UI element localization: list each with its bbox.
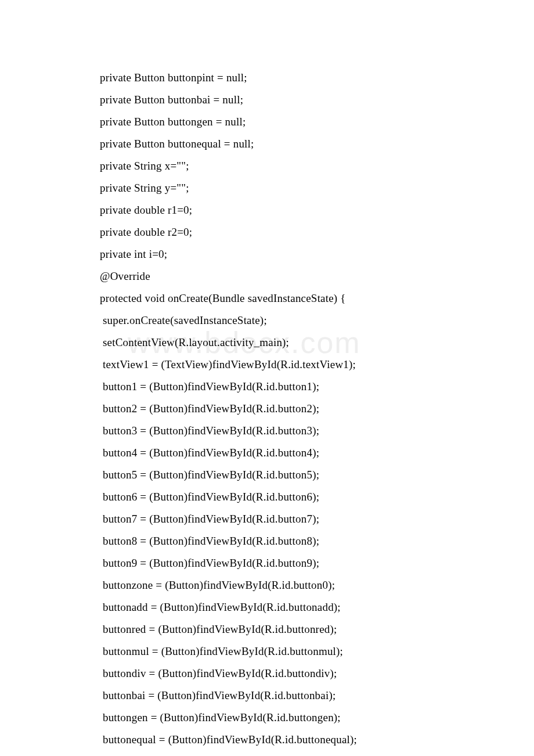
code-line: private String x=""; — [100, 155, 506, 177]
code-line: button8 = (Button)findViewById(R.id.butt… — [100, 530, 506, 552]
code-line: private Button buttonequal = null; — [100, 133, 506, 155]
code-line: private Button buttongen = null; — [100, 111, 506, 133]
code-line: buttonred = (Button)findViewById(R.id.bu… — [100, 618, 506, 640]
code-line: button6 = (Button)findViewById(R.id.butt… — [100, 486, 506, 508]
code-line: private double r2=0; — [100, 221, 506, 243]
code-line: private int i=0; — [100, 243, 506, 265]
code-line: @Override — [100, 265, 506, 287]
code-line: buttonbai = (Button)findViewById(R.id.bu… — [100, 685, 506, 707]
code-line: buttongen = (Button)findViewById(R.id.bu… — [100, 707, 506, 729]
code-content: private Button buttonpint = null; privat… — [100, 67, 506, 751]
code-line: buttondiv = (Button)findViewById(R.id.bu… — [100, 663, 506, 685]
code-line: button4 = (Button)findViewById(R.id.butt… — [100, 442, 506, 464]
code-line: button9 = (Button)findViewById(R.id.butt… — [100, 552, 506, 574]
code-line: button3 = (Button)findViewById(R.id.butt… — [100, 420, 506, 442]
code-line: buttonzone = (Button)findViewById(R.id.b… — [100, 574, 506, 596]
code-line: private Button buttonpint = null; — [100, 67, 506, 89]
code-line: buttonadd = (Button)findViewById(R.id.bu… — [100, 596, 506, 618]
code-line: textView1 = (TextView)findViewById(R.id.… — [100, 354, 506, 376]
code-line: super.onCreate(savedInstanceState); — [100, 309, 506, 332]
code-line: button7 = (Button)findViewById(R.id.butt… — [100, 508, 506, 530]
document-page: www.bdocx.com private Button buttonpint … — [0, 0, 506, 751]
code-line: private String y=""; — [100, 177, 506, 199]
code-line: private Button buttonbai = null; — [100, 89, 506, 111]
code-line: buttonequal = (Button)findViewById(R.id.… — [100, 729, 506, 751]
code-line: buttonmul = (Button)findViewById(R.id.bu… — [100, 640, 506, 663]
code-line: private double r1=0; — [100, 199, 506, 221]
code-line: protected void onCreate(Bundle savedInst… — [100, 287, 506, 309]
code-line: button1 = (Button)findViewById(R.id.butt… — [100, 376, 506, 398]
code-line: button2 = (Button)findViewById(R.id.butt… — [100, 398, 506, 420]
code-line: button5 = (Button)findViewById(R.id.butt… — [100, 464, 506, 486]
code-line: setContentView(R.layout.activity_main); — [100, 332, 506, 354]
